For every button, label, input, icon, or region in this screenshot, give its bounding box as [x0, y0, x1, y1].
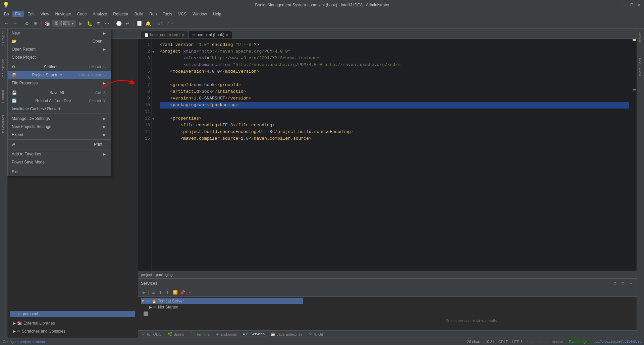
todo-label: 6: TODO [147, 332, 162, 336]
breadcrumb-packaging[interactable]: packaging [156, 273, 173, 277]
menu-settings-item[interactable]: ⚙ Settings... Ctrl+Alt+S [8, 63, 111, 71]
git-branch-status[interactable]: master [552, 340, 563, 344]
run-button[interactable]: ▶ [77, 20, 85, 27]
notification-button[interactable]: 🔔 [144, 20, 152, 27]
java-enterprise-label: Java Enterprise [277, 332, 302, 336]
encoding-status[interactable]: UTF-8 [512, 340, 523, 344]
menu-print-item[interactable]: 🖨 Print... [8, 140, 111, 148]
crlf-status[interactable]: CRLF [498, 340, 508, 344]
menu-tools[interactable]: Tools [160, 11, 175, 17]
menu-reload-item[interactable]: 🔄 Reload All from Disk Ctrl+Alt+Y [8, 97, 111, 105]
menu-window[interactable]: Window [190, 11, 210, 17]
menu-export-item[interactable]: Export ▶ [8, 131, 111, 139]
services-down-icon[interactable]: ⬇ [165, 289, 171, 295]
close-button[interactable]: ✕ [637, 3, 641, 7]
tab-terminal[interactable]: ⬛ Terminal [187, 331, 213, 337]
settings-icon[interactable]: ⚙ [23, 20, 31, 27]
breadcrumb-project[interactable]: project [141, 273, 152, 277]
services-up-icon[interactable]: ⬆ [157, 289, 163, 295]
menu-analyze[interactable]: Analyze [90, 11, 110, 17]
services-run-icon[interactable]: ▶ [141, 289, 147, 295]
tab-pom-xml[interactable]: m pom.xml (book) ✕ [189, 31, 232, 39]
tab-todo[interactable]: ☑ 6: TODO [140, 331, 164, 337]
pom-xml-tree-item[interactable]: m pom.xml [10, 311, 135, 317]
url-status[interactable]: https://blog.csdn.net/u013446390 [592, 340, 641, 343]
external-libraries-item[interactable]: ▶ 📚 External Libraries [7, 320, 138, 327]
menu-open-item[interactable]: 📂 Open... [8, 37, 111, 45]
scratches-item[interactable]: ▶ ✏ Scratches and Consoles [7, 328, 138, 335]
sep-3 [8, 114, 111, 114]
stop-btn-icon[interactable] [144, 312, 148, 316]
toolbar-sep-2 [41, 20, 42, 26]
more-actions-button[interactable]: ⋯ [103, 20, 111, 27]
run-with-coverage-button[interactable]: ☂ [95, 20, 102, 27]
menu-file-properties-item[interactable]: File Properties ▶ [8, 79, 111, 87]
menu-power-save-item[interactable]: Power Save Mode [8, 158, 111, 166]
not-started-item[interactable]: ▶ ✂ Not Started [141, 304, 303, 310]
menu-navigate[interactable]: Navigate [53, 11, 74, 17]
bookmark-button[interactable]: 📑 [136, 20, 143, 27]
menu-view[interactable]: View [38, 11, 52, 17]
gutter-collapse-12[interactable]: ▼ [152, 117, 155, 121]
services-pin-icon[interactable]: 📌 [179, 289, 185, 295]
menu-bo[interactable]: Bo [1, 11, 12, 17]
menu-project-structure-item[interactable]: 📦 Project Structure... Ctrl+Alt+Shift+S [8, 71, 111, 79]
services-config-icon[interactable]: ⚙ [620, 280, 626, 286]
menu-file[interactable]: File [12, 11, 24, 17]
menu-vcs[interactable]: VCS [175, 11, 189, 17]
history-button[interactable]: 🕐 [115, 20, 122, 27]
menu-new-item[interactable]: New ▶ [8, 29, 111, 37]
pom-tab-icon: m [193, 33, 195, 37]
sidebar-tab-project[interactable]: 1: Project [0, 29, 7, 50]
sidebar-tab-favorites[interactable]: 3: Favorites [0, 112, 7, 137]
code-editor[interactable]: 1 2 3 4 5 6 7 8 9 10 11 12 13 14 15 ▼ [138, 39, 637, 271]
sidebar-tab-maven[interactable]: Maven [637, 29, 644, 45]
menu-build[interactable]: Build [132, 11, 146, 17]
configure-project-label[interactable]: Configure project structure [3, 340, 46, 344]
menu-refactor[interactable]: Refactor [110, 11, 131, 17]
menu-run[interactable]: Run [147, 11, 159, 17]
tab-endpoints[interactable]: ◈ Endpoints [214, 331, 239, 337]
status-bar: Configure project structure 26 chars 10:… [0, 338, 644, 345]
tab-git[interactable]: ⌥ 9: Git [306, 331, 325, 337]
code-content[interactable]: <?xml version="1.0" encoding="UTF-8"?> <… [157, 39, 632, 271]
back-button[interactable]: ← [3, 20, 10, 27]
debug-button[interactable]: 🐛 [86, 20, 93, 27]
services-list-icon[interactable]: ☰ [150, 289, 156, 295]
minimize-button[interactable]: — [622, 3, 627, 7]
event-log-status[interactable]: Event Log [567, 339, 588, 344]
menu-save-all-item[interactable]: 💾 Save All Ctrl+S [8, 89, 111, 97]
menu-new-projects-settings-item[interactable]: New Projects Settings ▶ [8, 123, 111, 131]
run-config-dropdown[interactable]: 图书管理 ▾ [52, 20, 76, 27]
layout-icon[interactable]: ⊞ [32, 20, 39, 27]
tab-book-context[interactable]: 📄 book-context.xml ✕ [141, 31, 188, 39]
menu-code[interactable]: Code [74, 11, 90, 17]
menu-close-project-item[interactable]: Close Project [8, 53, 111, 61]
tab-java-enterprise[interactable]: ☕ Java Enterprise [268, 331, 305, 337]
gutter-collapse-2[interactable]: ▼ [152, 50, 155, 54]
menu-edit[interactable]: Edit [25, 11, 37, 17]
tomcat-server-item[interactable]: ▼ — 🔥 Tomcat Server [141, 298, 303, 304]
tab-pom-close[interactable]: ✕ [226, 33, 228, 37]
menu-manage-ide-item[interactable]: Manage IDE Settings ▶ [8, 115, 111, 123]
menu-exit-item[interactable]: Exit [8, 168, 111, 176]
menu-bar: Bo File Edit View Navigate Code Analyze … [0, 10, 644, 18]
tab-book-context-close[interactable]: ✕ [182, 33, 184, 37]
services-minimize-icon[interactable]: − [628, 280, 634, 286]
tab-spring[interactable]: 🌿 Spring [165, 331, 187, 337]
services-settings-icon[interactable]: ⚙ [612, 280, 618, 286]
services-add-icon[interactable]: + [187, 289, 193, 295]
sidebar-tab-structure[interactable]: 2: Structure [0, 56, 7, 81]
rollback-button[interactable]: ↩ [124, 20, 131, 27]
menu-open-recent-item[interactable]: Open Recent ▶ [8, 45, 111, 53]
services-filter-icon[interactable]: 🔽 [172, 289, 178, 295]
forward-button[interactable]: → [11, 20, 19, 27]
tab-services[interactable]: ● 8: Services [240, 331, 267, 337]
sidebar-tab-commit[interactable]: Commit [0, 87, 7, 106]
maximize-button[interactable]: ❐ [629, 3, 634, 7]
menu-add-favorites-item[interactable]: Add to Favorites ▶ [8, 150, 111, 158]
indent-status[interactable]: 4 spaces [527, 340, 541, 344]
menu-help[interactable]: Help [210, 11, 224, 17]
sidebar-tab-word-docs[interactable]: Word Docs [637, 55, 644, 79]
menu-invalidate-item[interactable]: Invalidate Caches / Restart... [8, 105, 111, 113]
